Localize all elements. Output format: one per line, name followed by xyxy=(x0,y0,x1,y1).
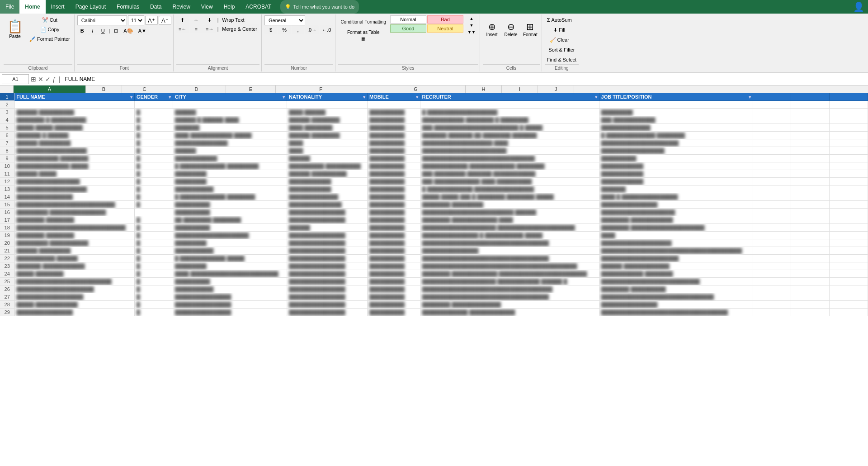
cell-r22-c8[interactable] xyxy=(791,255,830,262)
format-button[interactable]: ⊞ Format xyxy=(521,15,540,43)
filter-icon-3[interactable]: ▾ xyxy=(363,95,365,100)
cell-r4-c5[interactable]: ████████████ ████████ █ ████████ xyxy=(420,116,599,124)
cell-r24-c2[interactable]: ████ █████████████████████████ xyxy=(173,270,287,278)
cell-r9-c3[interactable]: ██████ xyxy=(287,155,368,162)
cell-r11-c5[interactable]: ███ █████████ ███████ ████████████ xyxy=(420,170,599,178)
cell-r29-c1[interactable]: █ xyxy=(134,309,173,316)
cell-r27-c4[interactable]: ██████████ xyxy=(368,293,420,301)
cell-r7-c4[interactable]: ██████████ xyxy=(368,139,420,147)
cell-r22-c2[interactable]: █ █████████████ █████ xyxy=(173,255,287,262)
cell-r21-c2[interactable]: ███████████ xyxy=(173,247,287,255)
filter-icon-1[interactable]: ▾ xyxy=(169,95,171,100)
cell-r20-c9[interactable] xyxy=(830,239,868,247)
col-header-j[interactable]: J xyxy=(538,86,574,93)
cell-r25-c6[interactable]: ████████████████████████████ xyxy=(599,278,753,285)
cell-r8-c5[interactable]: ████████████████████████ xyxy=(420,147,599,155)
menu-view[interactable]: View xyxy=(196,0,218,14)
cell-r19-c7[interactable] xyxy=(753,232,791,239)
cell-r26-c4[interactable]: ██████████ xyxy=(368,285,420,293)
number-format-select[interactable]: General xyxy=(264,15,305,25)
align-center-button[interactable]: ≡ xyxy=(190,24,203,33)
cell-r24-c0[interactable]: █████ ████████ xyxy=(14,270,135,278)
cell-r8-c9[interactable] xyxy=(830,147,868,155)
menu-acrobat[interactable]: ACROBAT xyxy=(240,0,277,14)
cell-r27-c9[interactable] xyxy=(830,293,868,301)
cell-r14-c2[interactable]: █ █████████████ ████████ xyxy=(173,193,287,201)
cell-r6-c2[interactable]: ████ ████████████ █████ xyxy=(173,132,287,139)
cell-r14-c5[interactable]: █████ █████ ███ █ ████████ ████████ ████… xyxy=(420,193,599,201)
header-cell-7[interactable] xyxy=(753,93,791,101)
cell-r7-c8[interactable] xyxy=(791,139,830,147)
cell-r13-c0[interactable]: ████████████████████ xyxy=(14,185,135,193)
styles-more[interactable]: ▼▼ xyxy=(465,29,478,35)
copy-button[interactable]: 📄 Copy xyxy=(27,25,72,34)
grid-scroll[interactable]: 1FULL NAME▾GENDER▾CITY▾NATIONALITY▾MOBIL… xyxy=(0,93,868,466)
cell-r20-c0[interactable]: █████████ ███████████ xyxy=(14,239,135,247)
cell-r27-c3[interactable]: ████████████████ xyxy=(287,293,368,301)
cut-button[interactable]: ✂️ Cut xyxy=(27,15,72,24)
cell-r11-c2[interactable]: █████████ xyxy=(173,170,287,178)
align-middle-button[interactable]: ↔ xyxy=(190,15,203,24)
cell-r8-c4[interactable]: ██████████ xyxy=(368,147,420,155)
cell-r4-c7[interactable] xyxy=(753,116,791,124)
percent-button[interactable]: % xyxy=(278,25,291,34)
cell-r17-c4[interactable]: ██████████ xyxy=(368,216,420,224)
cell-r7-c0[interactable]: ██████ █████████ xyxy=(14,139,135,147)
cell-r23-c6[interactable]: ██████ █████████████ xyxy=(599,262,753,270)
cell-r5-c6[interactable]: ██████████████ xyxy=(599,124,753,132)
cell-r16-c4[interactable]: ██████████ xyxy=(368,209,420,216)
cell-r11-c0[interactable]: ██████ █████ xyxy=(14,170,135,178)
cell-r18-c5[interactable]: █████████████████████ ██████████████████… xyxy=(420,224,599,232)
cell-r24-c3[interactable]: ████████████████ xyxy=(287,270,368,278)
autosum-button[interactable]: Σ AutoSum xyxy=(545,15,574,24)
cell-r29-c9[interactable] xyxy=(830,309,868,316)
cell-r4-c8[interactable] xyxy=(791,116,830,124)
cell-r24-c4[interactable]: ██████████ xyxy=(368,270,420,278)
cell-r13-c5[interactable]: █ █████████████ █████████████████ xyxy=(420,185,599,193)
cell-r10-c5[interactable]: █████████████ █████████████ ████████ xyxy=(420,162,599,170)
cell-r20-c5[interactable]: ████████████████████████████████████ xyxy=(420,239,599,247)
align-top-button[interactable]: ⬆ xyxy=(176,15,189,24)
cell-r22-c7[interactable] xyxy=(753,255,791,262)
cell-r17-c0[interactable]: ████████ ████████ xyxy=(14,216,135,224)
cell-r19-c2[interactable]: █████████████████████ xyxy=(173,232,287,239)
cell-r5-c9[interactable] xyxy=(830,124,868,132)
cell-r22-c1[interactable]: █ xyxy=(134,255,173,262)
filter-icon-5[interactable]: ▾ xyxy=(595,95,597,100)
cell-r10-c6[interactable]: ████████████ xyxy=(599,162,753,170)
cell-r26-c1[interactable]: █ xyxy=(134,285,173,293)
cell-r20-c3[interactable]: ████████████████ xyxy=(287,239,368,247)
cell-r18-c2[interactable]: ██████████ xyxy=(173,224,287,232)
cell-r14-c0[interactable]: ████████████████ xyxy=(14,193,135,201)
cell-r7-c2[interactable]: ███████████████ xyxy=(173,139,287,147)
cell-r10-c4[interactable]: ██████████ xyxy=(368,162,420,170)
cell-r16-c0[interactable]: █████████ ████████████████ xyxy=(14,209,135,216)
delete-button[interactable]: ⊖ Delete xyxy=(502,15,520,43)
cell-r22-c3[interactable]: ████████████████ xyxy=(287,255,368,262)
cell-r15-c0[interactable]: ████████████████████████████ xyxy=(14,201,135,209)
cell-r5-c5[interactable]: ███ ████████████████████████ █ █████ xyxy=(420,124,599,132)
header-cell-5[interactable]: RECRUITER▾ xyxy=(420,93,599,101)
fill-button[interactable]: ⬇ Fill xyxy=(545,25,574,34)
header-cell-6[interactable]: JOB TITLE/POSITION▾ xyxy=(599,93,753,101)
cell-r21-c9[interactable] xyxy=(830,247,868,255)
cell-r29-c6[interactable]: ████████████████████████████████████ xyxy=(599,309,753,316)
cell-r3-c5[interactable]: █ ████████████████████ xyxy=(420,109,599,116)
clear-button[interactable]: 🧹 Clear xyxy=(545,35,574,44)
cell-r25-c3[interactable]: ████████████████ xyxy=(287,278,368,285)
merge-center-button[interactable]: Merge & Center xyxy=(220,24,259,33)
cell-r28-c9[interactable] xyxy=(830,301,868,309)
cell-r24-c1[interactable]: █ xyxy=(134,270,173,278)
decrease-font-button[interactable]: A⁻ xyxy=(159,16,171,25)
cell-r6-c7[interactable] xyxy=(753,132,791,139)
cell-r19-c8[interactable] xyxy=(791,232,830,239)
cell-r23-c4[interactable]: ██████████ xyxy=(368,262,420,270)
cell-r23-c9[interactable] xyxy=(830,262,868,270)
col-header-h[interactable]: H xyxy=(466,86,502,93)
col-header-g[interactable]: G xyxy=(366,86,466,93)
cell-r9-c8[interactable] xyxy=(791,155,830,162)
cell-r26-c2[interactable]: ███████████ xyxy=(173,285,287,293)
cell-r6-c8[interactable] xyxy=(791,132,830,139)
cell-r24-c8[interactable] xyxy=(791,270,830,278)
cell-r21-c5[interactable]: ████████████████ xyxy=(420,247,599,255)
